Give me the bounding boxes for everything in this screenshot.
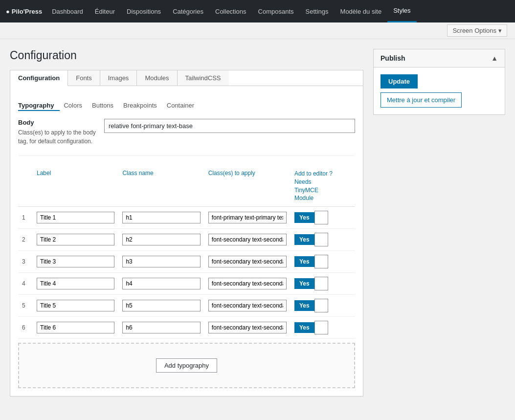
yes-button-1[interactable]: Yes [294, 212, 314, 223]
row-actions-cell-1 [340, 207, 355, 229]
classes-input-3[interactable] [208, 256, 287, 267]
yes-toggle-3: Yes [294, 255, 336, 268]
col-num-header [18, 166, 33, 207]
toggle-box-6[interactable] [314, 321, 328, 334]
row-classname-cell-3 [118, 251, 204, 273]
classname-input-3[interactable] [122, 256, 200, 267]
toggle-box-5[interactable] [314, 299, 328, 312]
body-label-title: Body [18, 119, 96, 126]
classname-input-4[interactable] [122, 278, 200, 289]
yes-button-3[interactable]: Yes [294, 256, 314, 267]
row-label-cell-2 [33, 229, 118, 251]
nav-item-composants[interactable]: Composants [252, 0, 300, 22]
classname-input-5[interactable] [122, 300, 200, 311]
nav-item-settings[interactable]: Settings [300, 0, 335, 22]
row-num-4: 4 [18, 273, 33, 295]
row-num-5: 5 [18, 295, 33, 317]
toggle-box-2[interactable] [314, 233, 328, 246]
tab-modules[interactable]: Modules [137, 70, 177, 86]
yes-button-5[interactable]: Yes [294, 300, 314, 311]
classes-input-1[interactable] [208, 212, 287, 223]
classname-input-6[interactable] [122, 322, 200, 333]
yes-toggle-6: Yes [294, 321, 336, 334]
row-editor-cell-3: Yes [291, 251, 340, 273]
sub-nav-container[interactable]: Container [167, 100, 200, 111]
sub-nav-typography[interactable]: Typography [18, 100, 60, 111]
add-typography-button[interactable]: Add typography [156, 358, 217, 373]
add-typography-area: Add typography [18, 343, 355, 388]
label-input-1[interactable] [37, 212, 114, 223]
row-actions-cell-3 [340, 251, 355, 273]
nav-item-modele[interactable]: Modèle du site [335, 0, 388, 22]
table-row: 6 Yes [18, 317, 355, 339]
tab-images[interactable]: Images [100, 70, 137, 86]
table-row: 2 Yes [18, 229, 355, 251]
row-editor-cell-6: Yes [291, 317, 340, 339]
config-tabs: Configuration Fonts Images Modules Tailw… [10, 70, 363, 86]
label-input-5[interactable] [37, 300, 114, 311]
row-num-6: 6 [18, 317, 33, 339]
tab-fonts[interactable]: Fonts [68, 70, 100, 86]
screen-options-button[interactable]: Screen Options ▾ [447, 24, 507, 37]
toggle-box-1[interactable] [314, 211, 328, 224]
publish-title: Publish [381, 54, 405, 62]
col-classname-header: Class name [118, 166, 204, 207]
label-input-2[interactable] [37, 234, 114, 245]
yes-button-2[interactable]: Yes [294, 234, 314, 245]
nav-item-styles[interactable]: Styles [387, 0, 416, 22]
classes-input-5[interactable] [208, 300, 287, 311]
row-editor-cell-5: Yes [291, 295, 340, 317]
label-input-4[interactable] [37, 278, 114, 289]
row-actions-cell-6 [340, 317, 355, 339]
toggle-box-4[interactable] [314, 277, 328, 290]
tab-tailwindcss[interactable]: TailwindCSS [178, 70, 229, 86]
yes-button-4[interactable]: Yes [294, 278, 314, 289]
classes-input-6[interactable] [208, 322, 287, 333]
label-input-6[interactable] [37, 322, 114, 333]
row-editor-cell-4: Yes [291, 273, 340, 295]
page-wrapper: Configuration Configuration Fonts Images… [0, 39, 515, 406]
publish-box: Publish ▲ Update Mettre à jour et compil… [373, 49, 505, 115]
toggle-box-3[interactable] [314, 255, 328, 268]
publish-collapse-icon[interactable]: ▲ [491, 54, 498, 62]
col-classes-header: Class(es) to apply [204, 166, 291, 207]
sub-nav-buttons[interactable]: Buttons [92, 100, 119, 111]
body-classes-input[interactable] [104, 119, 355, 133]
main-panel: Typography Colors Buttons Breakpoints Co… [10, 86, 363, 397]
chevron-down-icon: ▾ [498, 27, 502, 34]
page-title: Configuration [10, 49, 363, 62]
sub-nav: Typography Colors Buttons Breakpoints Co… [18, 94, 355, 111]
typography-table: Label Class name Class(es) to apply Add … [18, 166, 355, 339]
nav-item-dashboard[interactable]: Dashboard [46, 0, 89, 22]
yes-button-6[interactable]: Yes [294, 322, 314, 333]
logo[interactable]: ● Pilo'Press [4, 8, 42, 15]
sub-nav-breakpoints[interactable]: Breakpoints [123, 100, 163, 111]
body-label: Body Class(es) to apply to the body tag,… [18, 119, 96, 146]
nav-item-editeur[interactable]: Éditeur [89, 0, 121, 22]
body-label-description: Class(es) to apply to the body tag, for … [18, 128, 96, 146]
update-button[interactable]: Update [381, 74, 418, 88]
nav-item-categories[interactable]: Catégories [167, 0, 209, 22]
label-input-3[interactable] [37, 256, 114, 267]
row-num-1: 1 [18, 207, 33, 229]
nav-item-collections[interactable]: Collections [209, 0, 252, 22]
row-editor-cell-1: Yes [291, 207, 340, 229]
row-classname-cell-1 [118, 207, 204, 229]
yes-toggle-4: Yes [294, 277, 336, 290]
classname-input-1[interactable] [122, 212, 200, 223]
tab-configuration[interactable]: Configuration [10, 70, 68, 86]
sidebar: Publish ▲ Update Mettre à jour et compil… [373, 49, 505, 397]
classes-input-2[interactable] [208, 234, 287, 245]
row-classes-cell-5 [204, 295, 291, 317]
sub-nav-colors[interactable]: Colors [64, 100, 88, 111]
row-label-cell-4 [33, 273, 118, 295]
classes-input-4[interactable] [208, 278, 287, 289]
classname-input-2[interactable] [122, 234, 200, 245]
row-classname-cell-4 [118, 273, 204, 295]
compile-button[interactable]: Mettre à jour et compiler [381, 92, 462, 108]
row-classes-cell-2 [204, 229, 291, 251]
publish-actions: Update Mettre à jour et compiler [374, 67, 505, 114]
nav-item-dispositions[interactable]: Dispositions [121, 0, 167, 22]
yes-toggle-5: Yes [294, 299, 336, 312]
screen-options-area: Screen Options ▾ [0, 22, 515, 39]
